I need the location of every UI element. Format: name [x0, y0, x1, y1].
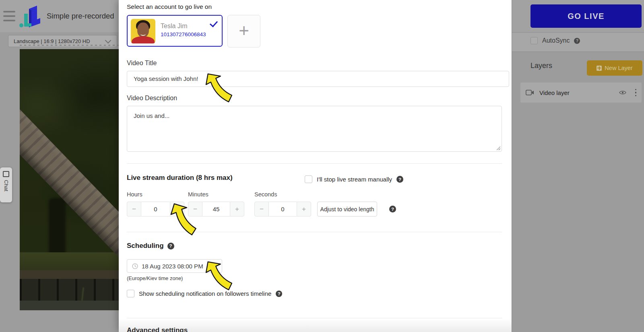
minutes-stepper: − 45 +: [188, 202, 244, 217]
clock-icon: [132, 263, 138, 269]
chat-tab-label: Chat: [3, 180, 9, 192]
seconds-stepper: − 0 +: [254, 202, 311, 217]
scheduling-notification-row: Show scheduling notification on follower…: [127, 290, 282, 297]
kebab-menu-icon[interactable]: [635, 89, 637, 97]
add-account-button[interactable]: +: [227, 15, 260, 47]
plus-icon: +: [239, 22, 249, 39]
seconds-label: Seconds: [254, 191, 277, 198]
preview-fence-shape: [20, 279, 119, 301]
layers-title: Layers: [530, 62, 552, 70]
check-icon: [210, 19, 218, 27]
video-camera-icon: [526, 90, 534, 95]
plus-icon[interactable]: +: [230, 202, 244, 217]
preview-grass-shape: [20, 252, 119, 270]
divider: [127, 163, 502, 164]
minus-icon[interactable]: −: [127, 202, 141, 217]
scheduling-title: Scheduling: [127, 242, 164, 250]
right-panel: GO LIVE AutoSync ? Layers New Layer Vide…: [512, 0, 644, 332]
app-header: Simple pre-recorded: [0, 0, 119, 32]
canvas-ruler: [20, 45, 119, 46]
page-title: Simple pre-recorded: [47, 0, 119, 32]
timezone-note: (Europe/Kiev time zone): [127, 275, 183, 281]
new-layer-label: New Layer: [605, 65, 632, 71]
layer-name: Video layer: [539, 89, 614, 96]
resize-handle-icon[interactable]: [496, 146, 500, 150]
autosync-label: AutoSync: [542, 37, 570, 44]
manual-stop-label: I'll stop live stream manually: [317, 176, 392, 183]
canvas-preset-label: Landscape | 16:9 | 1280x720 HD: [8, 38, 106, 44]
account-name: Tesla Jim: [161, 23, 206, 30]
eye-icon[interactable]: [619, 90, 626, 95]
minutes-label: Minutes: [188, 191, 208, 198]
video-description-textarea[interactable]: Join us and...: [127, 106, 502, 152]
minutes-value[interactable]: 45: [202, 202, 230, 217]
divider: [512, 52, 644, 52]
scheduling-section-header: Scheduling ?: [127, 242, 174, 250]
go-live-modal: Select an account to go live on Tesla Ji…: [119, 0, 512, 332]
help-icon[interactable]: ?: [167, 243, 174, 250]
account-card-selected[interactable]: Tesla Jim 101307276006843: [127, 15, 223, 47]
plus-icon[interactable]: +: [297, 202, 311, 217]
hours-stepper: − 0 +: [127, 202, 184, 217]
video-title-label: Video Title: [127, 60, 157, 67]
chat-icon: [3, 171, 9, 177]
help-icon[interactable]: ?: [389, 206, 396, 212]
preview-water-shape: [20, 301, 119, 310]
autosync-checkbox[interactable]: [530, 37, 538, 44]
hours-value[interactable]: 0: [141, 202, 170, 217]
divider: [127, 232, 502, 232]
hours-label: Hours: [127, 191, 142, 198]
app-logo-icon: [19, 3, 43, 31]
minus-icon[interactable]: −: [254, 202, 269, 217]
layer-row[interactable]: Video layer: [520, 82, 642, 103]
avatar: [131, 19, 155, 43]
video-title-input[interactable]: Yoga session with John!: [127, 71, 509, 87]
video-preview-canvas[interactable]: [20, 49, 119, 310]
new-layer-button[interactable]: New Layer: [587, 60, 642, 76]
video-description-label: Video Description: [127, 95, 177, 102]
schedule-datetime-value: 18 Aug 2023 08:00 PM: [142, 263, 203, 270]
adjust-to-video-length-button[interactable]: Adjust to video length: [317, 202, 377, 217]
scheduling-notification-label: Show scheduling notification on follower…: [139, 290, 271, 297]
manual-stop-row: I'll stop live stream manually ?: [305, 175, 403, 183]
go-live-button[interactable]: GO LIVE: [530, 4, 642, 28]
help-icon[interactable]: ?: [396, 176, 403, 183]
plus-icon[interactable]: +: [170, 202, 184, 217]
chevron-down-icon: [105, 37, 111, 43]
seconds-value[interactable]: 0: [269, 202, 297, 217]
duration-section-title: Live stream duration (8 hrs max): [127, 174, 233, 182]
account-id: 101307276006843: [161, 31, 206, 37]
scheduling-notification-checkbox[interactable]: [127, 290, 134, 297]
account-info: Tesla Jim 101307276006843: [161, 19, 206, 43]
autosync-row: AutoSync ?: [530, 37, 580, 44]
video-description-value: Join us and...: [134, 112, 169, 119]
help-icon[interactable]: ?: [574, 38, 580, 44]
advanced-section-title: Advanced settings: [127, 326, 188, 332]
hamburger-menu-icon[interactable]: [3, 11, 15, 21]
account-section-title: Select an account to go live on: [127, 3, 212, 10]
preview-dirt-shape: [20, 270, 119, 279]
help-icon[interactable]: ?: [276, 291, 282, 297]
manual-stop-checkbox[interactable]: [305, 175, 312, 183]
minus-icon[interactable]: −: [188, 202, 202, 217]
chat-tab[interactable]: Chat: [0, 167, 12, 202]
schedule-datetime-field[interactable]: 18 Aug 2023 08:00 PM: [127, 259, 222, 273]
plus-square-icon: [597, 66, 602, 71]
app-root: Simple pre-recorded Landscape | 16:9 | 1…: [0, 0, 644, 332]
